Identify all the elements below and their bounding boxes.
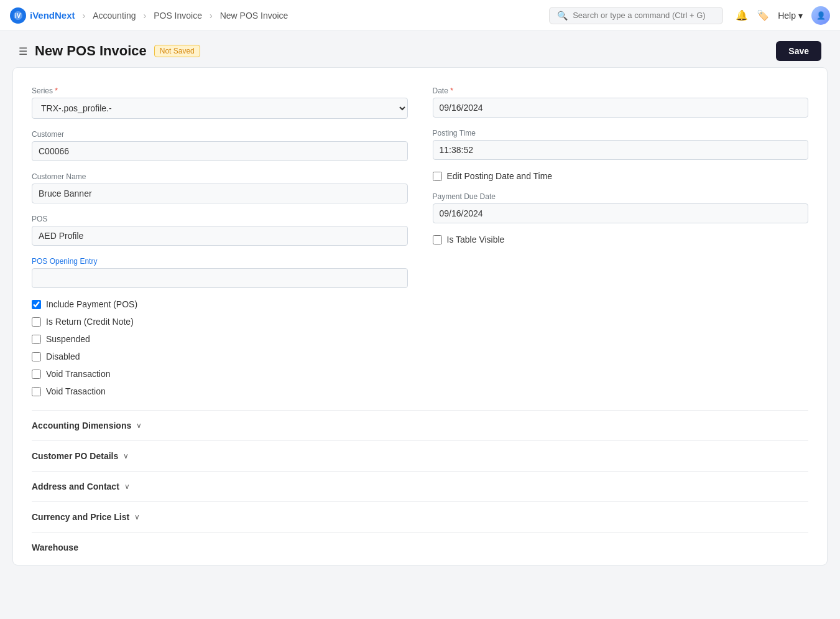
- accounting-dimensions-title: Accounting Dimensions: [32, 421, 131, 431]
- payment-due-date-input[interactable]: [433, 203, 809, 223]
- pos-group: POS: [32, 215, 408, 246]
- void-transaction-label: Void Transaction: [46, 369, 111, 379]
- bottom-sections: Accounting Dimensions ∨ Customer PO Deta…: [32, 410, 808, 565]
- pos-opening-entry-input[interactable]: [32, 268, 408, 288]
- svg-text:iV: iV: [15, 12, 21, 19]
- disabled-label: Disabled: [46, 351, 80, 361]
- void-trasaction-label: Void Trasaction: [46, 386, 106, 396]
- posting-time-input[interactable]: [433, 140, 809, 160]
- customer-name-value: Bruce Banner: [32, 184, 408, 203]
- is-return-checkbox[interactable]: [32, 317, 41, 327]
- left-column: Series TRX-.pos_profile.- Customer Custo…: [32, 86, 408, 404]
- void-transaction-row: Void Transaction: [32, 369, 408, 379]
- page-header-left: ☰ New POS Invoice Not Saved: [19, 43, 200, 59]
- void-transaction-checkbox[interactable]: [32, 370, 41, 379]
- help-button[interactable]: Help ▾: [778, 11, 803, 21]
- payment-due-date-group: Payment Due Date: [433, 192, 809, 223]
- currency-price-list-section[interactable]: Currency and Price List ∨: [32, 501, 808, 532]
- is-table-visible-checkbox[interactable]: [433, 235, 442, 244]
- currency-price-list-title: Currency and Price List: [32, 512, 129, 522]
- brand-name: iVendNext: [30, 10, 75, 21]
- help-label: Help: [778, 11, 796, 21]
- customer-name-group: Customer Name Bruce Banner: [32, 172, 408, 203]
- warehouse-section: Warehouse: [32, 532, 808, 565]
- edit-posting-row: Edit Posting Date and Time: [433, 171, 809, 181]
- series-label: Series: [32, 86, 408, 95]
- pos-opening-entry-label: POS Opening Entry: [32, 257, 408, 266]
- is-table-visible-label: Is Table Visible: [447, 235, 505, 244]
- breadcrumb-sep-1: ›: [83, 11, 86, 21]
- checkboxes-group: Include Payment (POS) Is Return (Credit …: [32, 299, 408, 396]
- accounting-dimensions-chevron-icon: ∨: [136, 421, 142, 430]
- avatar[interactable]: 👤: [811, 6, 830, 25]
- search-input[interactable]: [573, 11, 715, 20]
- right-column: Date Posting Time Edit Posting Date and …: [433, 86, 809, 404]
- posting-time-group: Posting Time: [433, 129, 809, 160]
- is-return-label: Is Return (Credit Note): [46, 317, 134, 327]
- disabled-row: Disabled: [32, 351, 408, 361]
- topnav-icons: 🔔 🏷️ Help ▾ 👤: [736, 6, 830, 25]
- suspended-label: Suspended: [46, 334, 90, 344]
- disabled-checkbox[interactable]: [32, 352, 41, 361]
- page-header: ☰ New POS Invoice Not Saved Save: [0, 31, 840, 67]
- form-grid: Series TRX-.pos_profile.- Customer Custo…: [32, 86, 808, 404]
- date-group: Date: [433, 86, 809, 118]
- is-return-row: Is Return (Credit Note): [32, 317, 408, 327]
- include-payment-checkbox[interactable]: [32, 300, 41, 309]
- search-icon: 🔍: [557, 11, 568, 21]
- notification-icon[interactable]: 🔔: [736, 9, 748, 21]
- currency-chevron-icon: ∨: [134, 513, 140, 521]
- pos-label: POS: [32, 215, 408, 223]
- brand[interactable]: iV iVendNext: [10, 7, 75, 24]
- payment-due-date-label: Payment Due Date: [433, 192, 809, 201]
- address-and-contact-section[interactable]: Address and Contact ∨: [32, 471, 808, 501]
- breadcrumb-sep-3: ›: [210, 11, 213, 21]
- customer-input[interactable]: [32, 141, 408, 161]
- top-nav: iV iVendNext › Accounting › POS Invoice …: [0, 0, 840, 31]
- help-chevron-icon: ▾: [798, 11, 803, 21]
- date-label: Date: [433, 86, 809, 95]
- address-and-contact-title: Address and Contact: [32, 482, 119, 491]
- edit-posting-label: Edit Posting Date and Time: [447, 171, 553, 181]
- void-trasaction-row: Void Trasaction: [32, 386, 408, 396]
- address-contact-chevron-icon: ∨: [124, 482, 130, 491]
- edit-posting-checkbox[interactable]: [433, 172, 442, 181]
- posting-time-label: Posting Time: [433, 129, 809, 137]
- pos-input[interactable]: [32, 226, 408, 246]
- customer-label: Customer: [32, 130, 408, 139]
- warehouse-title: Warehouse: [32, 542, 78, 552]
- date-input[interactable]: [433, 98, 809, 118]
- suspended-checkbox[interactable]: [32, 335, 41, 344]
- save-button[interactable]: Save: [776, 41, 821, 61]
- customer-po-details-title: Customer PO Details: [32, 451, 118, 461]
- series-group: Series TRX-.pos_profile.-: [32, 86, 408, 119]
- breadcrumb-current: New POS Invoice: [220, 11, 288, 21]
- customer-group: Customer: [32, 130, 408, 161]
- is-table-visible-row: Is Table Visible: [433, 235, 809, 244]
- include-payment-row: Include Payment (POS): [32, 299, 408, 309]
- breadcrumb-sep-2: ›: [143, 11, 146, 21]
- include-payment-label: Include Payment (POS): [46, 299, 137, 309]
- brand-icon: iV: [10, 7, 26, 24]
- suspended-row: Suspended: [32, 334, 408, 344]
- customer-po-chevron-icon: ∨: [123, 452, 129, 460]
- pos-opening-entry-group: POS Opening Entry: [32, 257, 408, 288]
- search-bar[interactable]: 🔍: [549, 7, 723, 24]
- not-saved-badge: Not Saved: [154, 45, 200, 57]
- void-trasaction-checkbox[interactable]: [32, 387, 41, 396]
- tag-icon[interactable]: 🏷️: [757, 9, 769, 21]
- customer-name-label: Customer Name: [32, 172, 408, 181]
- breadcrumb-pos-invoice[interactable]: POS Invoice: [154, 11, 202, 21]
- customer-po-details-section[interactable]: Customer PO Details ∨: [32, 440, 808, 471]
- series-select[interactable]: TRX-.pos_profile.-: [32, 98, 408, 119]
- accounting-dimensions-section[interactable]: Accounting Dimensions ∨: [32, 410, 808, 440]
- breadcrumb-accounting[interactable]: Accounting: [93, 11, 136, 21]
- form-card: Series TRX-.pos_profile.- Customer Custo…: [12, 67, 828, 565]
- page-title: New POS Invoice: [35, 43, 147, 59]
- hamburger-icon[interactable]: ☰: [19, 45, 27, 57]
